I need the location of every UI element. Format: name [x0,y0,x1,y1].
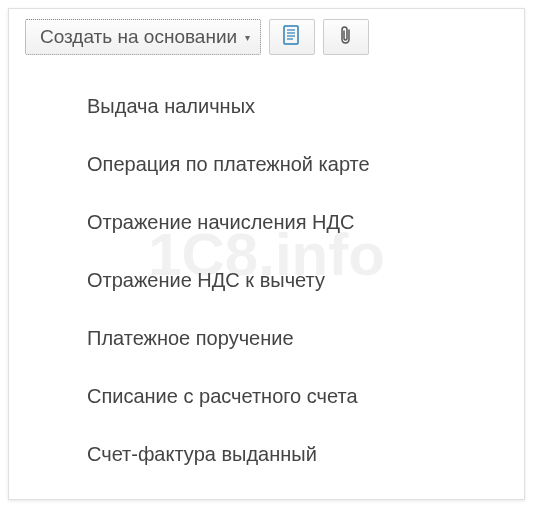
menu-item-cash-issue[interactable]: Выдача наличных [87,77,524,135]
toolbar: Создать на основании ▾ [9,9,524,65]
chevron-down-icon: ▾ [245,32,250,43]
menu-item-card-operation[interactable]: Операция по платежной карте [87,135,524,193]
menu-item-vat-deduction[interactable]: Отражение НДС к вычету [87,251,524,309]
menu-item-account-writeoff[interactable]: Списание с расчетного счета [87,367,524,425]
dropdown-label: Создать на основании [40,26,237,48]
menu-item-invoice-issued[interactable]: Счет-фактура выданный [87,425,524,483]
create-based-on-dropdown[interactable]: Создать на основании ▾ [25,19,261,55]
context-menu: Выдача наличных Операция по платежной ка… [9,65,524,500]
menu-item-invoice-received[interactable]: Счет-фактура полученный [87,483,524,500]
menu-item-vat-accrual[interactable]: Отражение начисления НДС [87,193,524,251]
svg-rect-0 [284,26,298,44]
document-icon-button[interactable] [269,19,315,55]
menu-item-payment-order[interactable]: Платежное поручение [87,309,524,367]
attachment-icon-button[interactable] [323,19,369,55]
document-icon [283,25,301,49]
paperclip-icon [339,25,353,49]
